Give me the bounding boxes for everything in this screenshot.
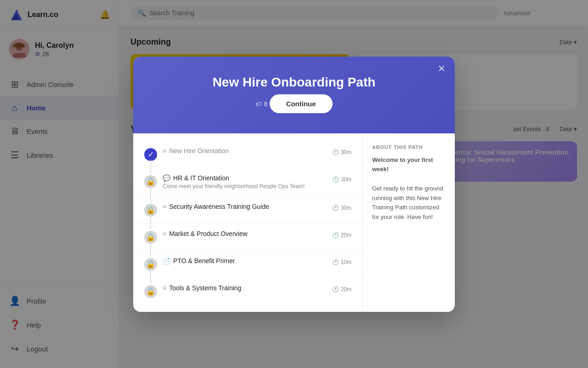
path-item-new-hire-orientation[interactable]: ✓ ≡ New Hire Orientation 🕐 30m [133,141,362,168]
tag-icon: 🏷 [255,100,262,108]
path-item-desc-2: Come meet your friendly neighborhood Peo… [163,183,327,190]
tag-count: 8 [264,100,267,108]
about-text: Welcome to your first week! Get ready to… [372,155,446,223]
path-item-market[interactable]: 🔒 ≡ Market & Product Overview 🕐 20m [133,224,362,251]
path-item-title-2: 💬 HR & IT Orientation [163,174,327,182]
about-description: Get ready to hit the ground running with… [372,185,443,220]
clock-icon-4: 🕐 [332,232,339,238]
path-item-content-6: ≡ Tools & Systems Training [163,284,327,292]
modal-tag: 🏷 8 [255,100,267,108]
path-item-content-3: ≡ Security Awareness Training Guide [163,203,327,210]
about-panel: ABOUT THIS PATH Welcome to your first we… [363,133,455,312]
path-type-icon-3: ≡ [163,203,166,210]
path-status-locked-3: 🔒 [144,204,157,217]
modal-body: ✓ ≡ New Hire Orientation 🕐 30m [133,133,455,312]
path-item-content-1: ≡ New Hire Orientation [163,147,327,155]
path-item-content-5: 📄 PTO & Benefit Primer [163,257,327,264]
path-status-locked-2: 🔒 [144,175,157,188]
path-item-hr-it[interactable]: 🔒 💬 HR & IT Orientation Come meet your f… [133,168,362,196]
path-item-content-4: ≡ Market & Product Overview [163,230,327,237]
path-item-time-6: 🕐 20m [332,286,351,293]
path-item-time-5: 🕐 10m [332,259,351,265]
path-item-time-2: 🕐 30m [332,176,351,183]
path-item-time-4: 🕐 20m [332,232,351,238]
path-item-title-4: ≡ Market & Product Overview [163,230,327,237]
clock-icon-1: 🕐 [332,149,339,155]
path-item-pto[interactable]: 🔒 📄 PTO & Benefit Primer 🕐 10m [133,251,362,278]
modal-title: New Hire Onboarding Path [152,75,436,90]
path-item-title-3: ≡ Security Awareness Training Guide [163,203,327,210]
path-type-icon-5: 📄 [163,257,170,264]
about-welcome: Welcome to your first week! [372,156,433,173]
modal-overlay[interactable]: ✕ New Hire Onboarding Path 🏷 8 Continue … [0,0,588,368]
path-item-title-5: 📄 PTO & Benefit Primer [163,257,327,264]
clock-icon-3: 🕐 [332,205,339,211]
modal-close-button[interactable]: ✕ [438,64,446,73]
path-status-completed: ✓ [144,148,157,161]
path-item-time-3: 🕐 30m [332,205,351,211]
continue-button[interactable]: Continue [270,94,333,113]
path-status-locked-4: 🔒 [144,231,157,244]
clock-icon-2: 🕐 [332,176,339,183]
path-status-locked-5: 🔒 [144,258,157,271]
path-item-title-1: ≡ New Hire Orientation [163,147,327,155]
path-item-time-1: 🕐 30m [332,149,351,155]
path-type-icon-1: ≡ [163,147,166,155]
path-item-tools[interactable]: 🔒 ≡ Tools & Systems Training 🕐 20m [133,278,362,305]
modal-header: ✕ New Hire Onboarding Path 🏷 8 Continue [133,57,455,133]
path-item-security[interactable]: 🔒 ≡ Security Awareness Training Guide 🕐 … [133,196,362,224]
path-type-icon-4: ≡ [163,230,166,237]
clock-icon-5: 🕐 [332,259,339,265]
path-type-icon-6: ≡ [163,284,166,292]
path-type-icon-2: 💬 [163,174,170,182]
path-list: ✓ ≡ New Hire Orientation 🕐 30m [133,133,363,312]
modal: ✕ New Hire Onboarding Path 🏷 8 Continue … [133,57,455,312]
path-item-content-2: 💬 HR & IT Orientation Come meet your fri… [163,174,327,190]
about-title: ABOUT THIS PATH [372,144,446,150]
path-item-title-6: ≡ Tools & Systems Training [163,284,327,292]
path-status-locked-6: 🔒 [144,285,157,298]
clock-icon-6: 🕐 [332,286,339,293]
